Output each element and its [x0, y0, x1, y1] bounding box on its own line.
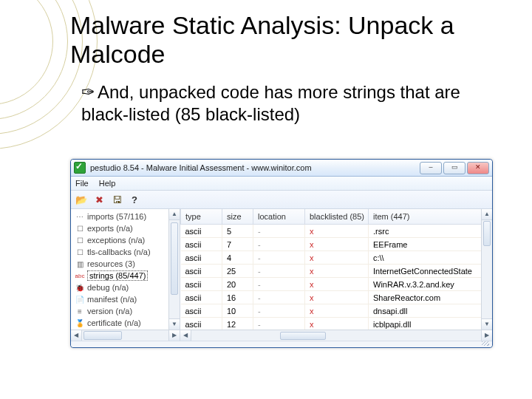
titlebar[interactable]: pestudio 8.54 - Malware Initial Assessme… [71, 160, 492, 177]
tree-item-exports[interactable]: ☐exports (n/a) [75, 222, 177, 234]
col-type[interactable]: type [181, 209, 222, 225]
tree-item-strings[interactable]: abcstrings (85/447) [75, 270, 177, 282]
table-row[interactable]: ascii4-xc:\\ [181, 251, 492, 265]
tree-label: strings (85/447) [87, 270, 148, 281]
manifest-icon: 📄 [75, 295, 84, 304]
minimize-button[interactable]: – [420, 162, 442, 174]
cell-type: ascii [181, 251, 222, 265]
scroll-left-icon[interactable]: ◀ [180, 330, 191, 341]
app-icon [74, 162, 86, 174]
open-file-icon[interactable]: 📂 [75, 194, 87, 205]
col-size[interactable]: size [222, 209, 253, 225]
cell-size: 4 [222, 251, 253, 265]
cell-item: WinRAR.v.3.2.and.key [369, 278, 492, 291]
main-hscrollbar[interactable]: ◀ ▶ [180, 330, 492, 341]
scroll-up-icon[interactable]: ▲ [169, 209, 180, 220]
cell-type: ascii [181, 318, 222, 330]
cell-blacklisted: x [305, 318, 369, 330]
tree: ⋯imports (57/116) ☐exports (n/a) ☐except… [71, 209, 180, 330]
tree-label: tls-callbacks (n/a) [87, 248, 151, 256]
imports-icon: ⋯ [75, 212, 84, 221]
scroll-right-icon[interactable]: ▶ [481, 330, 492, 341]
help-icon[interactable]: ? [129, 194, 140, 205]
scroll-down-icon[interactable]: ▼ [482, 318, 492, 330]
cell-location: - [253, 291, 305, 304]
cell-blacklisted: x [305, 291, 369, 304]
tree-label: manifest (n/a) [87, 295, 137, 304]
resize-grip[interactable] [71, 341, 492, 347]
cell-size: 5 [222, 225, 253, 238]
cell-location: - [253, 318, 305, 330]
col-item[interactable]: item (447) [369, 209, 492, 225]
sidebar-vscrollbar[interactable]: ▲ ▼ [168, 209, 180, 330]
cell-size: 16 [222, 291, 253, 304]
cell-blacklisted: x [305, 278, 369, 291]
scroll-down-icon[interactable]: ▼ [169, 318, 180, 330]
cell-size: 25 [222, 265, 253, 278]
tree-item-exceptions[interactable]: ☐exceptions (n/a) [75, 234, 177, 246]
scroll-thumb[interactable] [171, 222, 178, 295]
cell-size: 10 [222, 304, 253, 318]
cell-item: dnsapi.dll [369, 304, 492, 318]
cell-item: .rsrc [369, 225, 492, 238]
tree-label: debug (n/a) [87, 283, 129, 292]
cell-item: InternetGetConnectedState [369, 265, 492, 278]
col-blacklisted[interactable]: blacklisted (85) [305, 209, 369, 225]
app-window: pestudio 8.54 - Malware Initial Assessme… [70, 159, 493, 348]
app-screenshot: pestudio 8.54 - Malware Initial Assessme… [70, 159, 491, 351]
cell-size: 7 [222, 238, 253, 251]
cell-item: icblpapi.dll [369, 318, 492, 330]
cell-blacklisted: x [305, 251, 369, 265]
tree-item-version[interactable]: ≡version (n/a) [75, 305, 177, 317]
cell-size: 12 [222, 318, 253, 330]
tree-item-manifest[interactable]: 📄manifest (n/a) [75, 293, 177, 305]
debug-icon: 🐞 [75, 283, 84, 292]
exports-icon: ☐ [75, 224, 84, 233]
cell-location: - [253, 225, 305, 238]
tree-item-tls[interactable]: ☐tls-callbacks (n/a) [75, 246, 177, 258]
scroll-left-icon[interactable]: ◀ [71, 330, 82, 341]
col-location[interactable]: location [253, 209, 305, 225]
tree-label: exports (n/a) [87, 224, 133, 233]
table-row[interactable]: ascii10-xdnsapi.dll [181, 304, 492, 318]
tree-item-resources[interactable]: ▥resources (3) [75, 258, 177, 270]
scroll-up-icon[interactable]: ▲ [482, 209, 492, 220]
exceptions-icon: ☐ [75, 236, 84, 245]
cell-location: - [253, 304, 305, 318]
scroll-thumb[interactable] [280, 332, 326, 340]
close-file-icon[interactable]: ✖ [93, 194, 105, 205]
cell-item: EEFrame [369, 238, 492, 251]
table-row[interactable]: ascii12-xicblpapi.dll [181, 318, 492, 330]
tree-item-certificate[interactable]: 🏅certificate (n/a) [75, 317, 177, 329]
cell-type: ascii [181, 225, 222, 238]
strings-icon: abc [75, 271, 84, 280]
table-row[interactable]: ascii16-xShareReactor.com [181, 291, 492, 304]
table-row[interactable]: ascii5-x.rsrc [181, 225, 492, 238]
cell-item: c:\\ [369, 251, 492, 265]
save-icon[interactable]: 🖫 [111, 194, 123, 205]
cell-type: ascii [181, 291, 222, 304]
tree-label: version (n/a) [87, 307, 132, 316]
cell-type: ascii [181, 278, 222, 291]
tree-item-debug[interactable]: 🐞debug (n/a) [75, 282, 177, 293]
menu-file[interactable]: File [75, 179, 89, 188]
main-vscrollbar[interactable]: ▲ ▼ [481, 209, 492, 330]
bullet-icon: ✑ [81, 83, 95, 101]
scroll-thumb[interactable] [483, 221, 491, 246]
maximize-button[interactable]: ▭ [443, 162, 466, 174]
table-row[interactable]: ascii7-xEEFrame [181, 238, 492, 251]
menu-help[interactable]: Help [99, 179, 116, 188]
sidebar-hscrollbar[interactable]: ◀ ▶ [71, 330, 180, 341]
cell-blacklisted: x [305, 238, 369, 251]
cell-type: ascii [181, 238, 222, 251]
tree-label: imports (57/116) [87, 212, 146, 221]
table-row[interactable]: ascii25-xInternetGetConnectedState [181, 265, 492, 278]
scroll-thumb[interactable] [83, 331, 122, 340]
strings-table: type size location blacklisted (85) item… [180, 209, 492, 330]
table-row[interactable]: ascii20-xWinRAR.v.3.2.and.key [181, 278, 492, 291]
toolbar: 📂 ✖ 🖫 ? [71, 191, 492, 209]
close-button[interactable]: ✕ [467, 162, 489, 174]
tree-item-imports[interactable]: ⋯imports (57/116) [75, 211, 177, 222]
menubar: File Help [71, 177, 492, 191]
scroll-right-icon[interactable]: ▶ [168, 330, 180, 341]
